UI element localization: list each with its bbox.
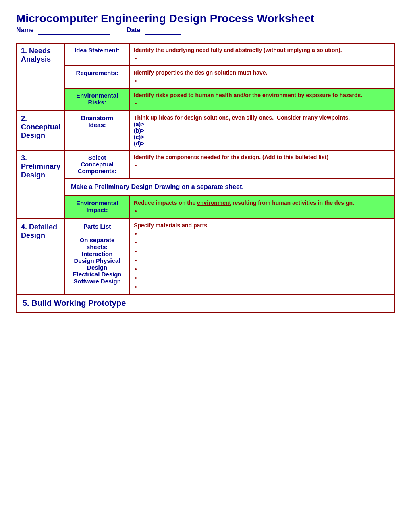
- needs-analysis-row-1: 1. NeedsAnalysis Idea Statement: Identif…: [17, 43, 394, 66]
- preliminary-design-row-1: 3.PreliminaryDesign SelectConceptualComp…: [17, 150, 394, 178]
- needs-analysis-row-2: Requirements: Identify properties the de…: [17, 66, 394, 88]
- requirements-label: Requirements:: [65, 66, 129, 88]
- name-label: Name: [16, 27, 34, 33]
- needs-analysis-label: 1. NeedsAnalysis: [17, 43, 65, 111]
- detailed-design-label: 4. DetailedDesign: [17, 218, 65, 294]
- separate-sheet-row: Make a Preliminary Design Drawing on a s…: [17, 178, 394, 196]
- date-line: [145, 27, 181, 35]
- conceptual-design-label: 2.ConceptualDesign: [17, 111, 65, 150]
- main-table: 1. NeedsAnalysis Idea Statement: Identif…: [16, 43, 395, 313]
- conceptual-design-row: 2.ConceptualDesign BrainstormIdeas: Thin…: [17, 111, 394, 150]
- brainstorm-ideas-content: Think up ideas for design solutions, eve…: [129, 111, 394, 150]
- detailed-design-row: 4. DetailedDesign Parts List On separate…: [17, 218, 394, 294]
- brainstorm-ideas-label: BrainstormIdeas:: [65, 111, 129, 150]
- environmental-risks-content: Identify risks posed to human health and…: [129, 88, 394, 111]
- needs-analysis-row-3: EnvironmentalRisks: Identify risks posed…: [17, 88, 394, 111]
- environmental-impact-content: Reduce impacts on the environment result…: [129, 196, 394, 218]
- page-title: Microcomputer Engineering Design Process…: [16, 12, 395, 25]
- separate-sheet-content: Make a Preliminary Design Drawing on a s…: [65, 178, 394, 196]
- date-label: Date: [127, 27, 141, 33]
- parts-list-label: Parts List On separatesheets: Interactio…: [65, 218, 129, 294]
- preliminary-design-label: 3.PreliminaryDesign: [17, 150, 65, 218]
- requirements-content: Identify properties the design solution …: [129, 66, 394, 88]
- name-date-row: Name Date: [16, 27, 395, 35]
- idea-statement-label: Idea Statement:: [65, 43, 129, 66]
- environmental-impact-label: EnvironmentalImpact:: [65, 196, 129, 218]
- environmental-risks-label: EnvironmentalRisks:: [65, 88, 129, 111]
- select-conceptual-content: Identify the components needed for the d…: [129, 150, 394, 178]
- build-prototype-label: 5. Build Working Prototype: [17, 294, 394, 312]
- preliminary-design-row-3: EnvironmentalImpact: Reduce impacts on t…: [17, 196, 394, 218]
- name-line: [38, 27, 110, 35]
- select-conceptual-label: SelectConceptualComponents:: [65, 150, 129, 178]
- idea-statement-content: Identify the underlying need fully and a…: [129, 43, 394, 66]
- build-prototype-row: 5. Build Working Prototype: [17, 294, 394, 312]
- parts-list-content: Specify materials and parts: [129, 218, 394, 294]
